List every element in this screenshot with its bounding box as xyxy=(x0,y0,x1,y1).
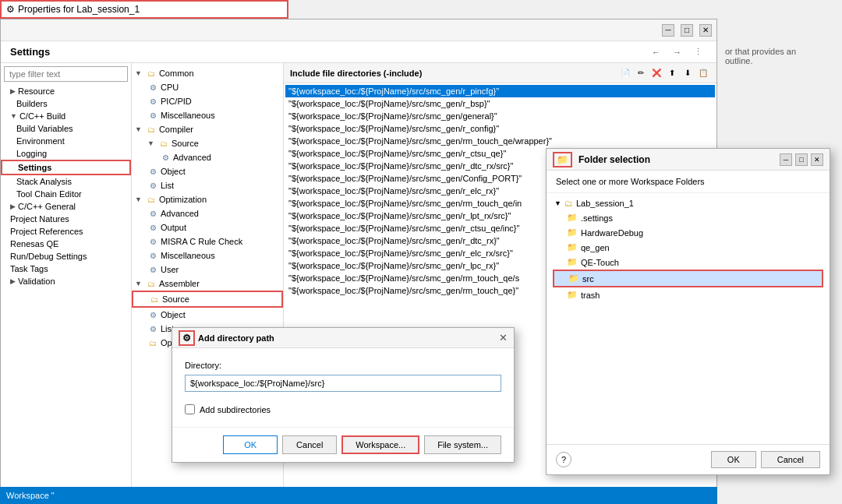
folder-item-qe-touch[interactable]: 📁 QE-Touch xyxy=(553,255,823,270)
sidebar-item-environment[interactable]: Environment xyxy=(1,135,131,147)
folder-help-icon: ? xyxy=(561,455,566,464)
folder-close-button[interactable]: ✕ xyxy=(811,153,823,166)
tree-item-asm-source[interactable]: 🗂 Source xyxy=(132,291,283,308)
arrow-assembler: ▼ xyxy=(135,280,142,287)
include-item-1[interactable]: "${workspace_loc:/${ProjName}/src/smc_ge… xyxy=(285,85,715,97)
minimize-button[interactable]: ─ xyxy=(662,24,674,37)
sidebar-item-project-natures[interactable]: Project Natures xyxy=(1,213,131,225)
dialog-cancel-button[interactable]: Cancel xyxy=(282,435,337,454)
folder-item-settings[interactable]: 📁 .settings xyxy=(553,210,823,225)
folder-icon-root: 🗂 xyxy=(564,199,573,208)
gear-icon-output: ⚙ xyxy=(147,222,158,233)
sidebar-item-tool-chain-editor[interactable]: Tool Chain Editor xyxy=(1,188,131,200)
include-item-3[interactable]: "${workspace_loc:/${ProjName}/src/smc_ge… xyxy=(285,110,715,122)
tree-item-cpu[interactable]: ⚙ CPU xyxy=(132,80,283,94)
include-item-2[interactable]: "${workspace_loc:/${ProjName}/src/smc_ge… xyxy=(285,97,715,110)
gear-icon-misc2: ⚙ xyxy=(147,250,158,261)
tree-item-optimization[interactable]: ▼ 🗂 Optimization xyxy=(132,192,283,206)
tree-item-compiler-list[interactable]: ⚙ List xyxy=(132,178,283,192)
folder-cancel-button[interactable]: Cancel xyxy=(761,451,820,468)
include-item-4[interactable]: "${workspace_loc:/${ProjName}/src/smc_ge… xyxy=(285,122,715,135)
tree-item-pic-pid[interactable]: ⚙ PIC/PID xyxy=(132,94,283,108)
close-button[interactable]: ✕ xyxy=(699,24,712,37)
tree-item-misc2[interactable]: ⚙ Miscellaneous xyxy=(132,248,283,263)
folder-icon-src: 📁 xyxy=(568,273,579,284)
sidebar-item-settings[interactable]: Settings xyxy=(1,160,131,175)
settings-nav: ← → ⋮ xyxy=(647,44,707,59)
maximize-button[interactable]: □ xyxy=(681,24,693,37)
tree-item-compiler[interactable]: ▼ 🗂 Compiler xyxy=(132,122,283,136)
sidebar-label-build-variables: Build Variables xyxy=(16,124,73,133)
tree-item-user[interactable]: ⚙ User xyxy=(132,263,283,277)
tree-label-opt-advanced: Advanced xyxy=(161,209,199,218)
filter-input[interactable] xyxy=(4,66,128,82)
tree-item-compiler-source[interactable]: ▼ 🗂 Source xyxy=(132,136,283,150)
nav-menu-button[interactable]: ⋮ xyxy=(689,44,707,59)
dialog-filesystem-button[interactable]: File system... xyxy=(424,435,501,454)
tree-label-compiler-advanced: Advanced xyxy=(173,153,211,162)
tree-item-asm-object[interactable]: ⚙ Object xyxy=(132,308,283,322)
folder-help-button[interactable]: ? xyxy=(556,452,571,467)
tree-item-miscellaneous[interactable]: ⚙ Miscellaneous xyxy=(132,108,283,122)
arrow-compiler: ▼ xyxy=(135,125,142,133)
folder-minimize-button[interactable]: ─ xyxy=(780,153,792,166)
sidebar-label-validation: Validation xyxy=(18,277,55,286)
dialog-title-bar: ⚙ Add directory path ✕ xyxy=(172,328,514,348)
arrow-common: ▼ xyxy=(135,69,142,77)
folder-tree: ▼ 🗂 Lab_session_1 📁 .settings 📁 Hardware… xyxy=(547,193,830,444)
sidebar-item-stack-analysis[interactable]: Stack Analysis xyxy=(1,175,131,188)
tree-item-misra[interactable]: ⚙ MISRA C Rule Check xyxy=(132,234,283,248)
copy-tool-button[interactable]: 📋 xyxy=(696,66,710,80)
sidebar-label-environment: Environment xyxy=(16,136,65,146)
folder-item-hardwaredebug[interactable]: 📁 HardwareDebug xyxy=(553,225,823,240)
sidebar-item-renesas-qe[interactable]: Renesas QE xyxy=(1,238,131,250)
sidebar-label-resource: Resource xyxy=(18,86,55,96)
folder-ok-button[interactable]: OK xyxy=(711,451,756,468)
dialog-workspace-button[interactable]: Workspace... xyxy=(341,435,419,454)
folder-label-hardwaredebug: HardwareDebug xyxy=(581,228,643,238)
folder-label-qe-touch: QE-Touch xyxy=(581,258,619,267)
tree-item-compiler-advanced[interactable]: ⚙ Advanced xyxy=(132,150,283,164)
up-tool-button[interactable]: ⬆ xyxy=(665,66,679,80)
edit-tool-button[interactable]: ✏ xyxy=(634,66,648,80)
sidebar-item-resource[interactable]: ▶ Resource xyxy=(1,85,131,97)
tree-item-compiler-object[interactable]: ⚙ Object xyxy=(132,164,283,178)
sidebar-item-builders[interactable]: Builders xyxy=(1,97,131,110)
tree-item-output[interactable]: ⚙ Output xyxy=(132,220,283,234)
nav-back-button[interactable]: ← xyxy=(647,45,665,59)
folder-icon-assembler: 🗂 xyxy=(146,278,157,289)
directory-label: Directory: xyxy=(185,361,501,370)
nav-forward-button[interactable]: → xyxy=(668,45,686,59)
folder-item-src[interactable]: 📁 src xyxy=(553,270,823,287)
folder-maximize-button[interactable]: □ xyxy=(795,153,808,166)
dialog-ok-button[interactable]: OK xyxy=(223,435,278,454)
tree-item-opt-advanced[interactable]: ⚙ Advanced xyxy=(132,206,283,220)
add-subdirectories-checkbox[interactable] xyxy=(185,404,195,414)
folder-dialog-footer: ? OK Cancel xyxy=(547,444,830,474)
folder-tree-root[interactable]: ▼ 🗂 Lab_session_1 xyxy=(553,196,823,210)
dialog-close-button[interactable]: ✕ xyxy=(499,332,508,344)
sidebar-item-cpp-build[interactable]: ▼ C/C++ Build xyxy=(1,110,131,122)
sidebar-item-validation[interactable]: ▶ Validation xyxy=(1,275,131,287)
folder-icon-opt: 🗂 xyxy=(146,194,157,205)
directory-input[interactable] xyxy=(185,375,501,392)
include-item-5[interactable]: "${workspace_loc:/${ProjName}/src/smc_ge… xyxy=(285,135,715,147)
folder-item-qe-gen[interactable]: 📁 qe_gen xyxy=(553,240,823,255)
add-tool-button[interactable]: 📄 xyxy=(618,66,632,80)
subdirectories-row: Add subdirectories xyxy=(185,404,501,414)
folder-item-trash[interactable]: 📁 trash xyxy=(553,287,823,302)
delete-tool-button[interactable]: ❌ xyxy=(649,66,663,80)
down-tool-button[interactable]: ⬇ xyxy=(681,66,695,80)
title-bar: ⚙ Properties for Lab_session_1 xyxy=(0,0,288,19)
sidebar-item-logging[interactable]: Logging xyxy=(1,147,131,160)
sidebar-item-cpp-general[interactable]: ▶ C/C++ General xyxy=(1,200,131,213)
sidebar-item-run-debug[interactable]: Run/Debug Settings xyxy=(1,250,131,263)
tree-item-assembler[interactable]: ▼ 🗂 Assembler xyxy=(132,277,283,291)
dialog-buttons: OK Cancel Workspace... File system... xyxy=(172,427,514,462)
sidebar-item-task-tags[interactable]: Task Tags xyxy=(1,263,131,275)
tree-label-cpu: CPU xyxy=(161,83,179,92)
tree-item-common[interactable]: ▼ 🗂 Common xyxy=(132,66,283,80)
sidebar-item-build-variables[interactable]: Build Variables xyxy=(1,122,131,135)
folder-label-qe-gen: qe_gen xyxy=(581,243,610,252)
sidebar-item-project-references[interactable]: Project References xyxy=(1,225,131,238)
